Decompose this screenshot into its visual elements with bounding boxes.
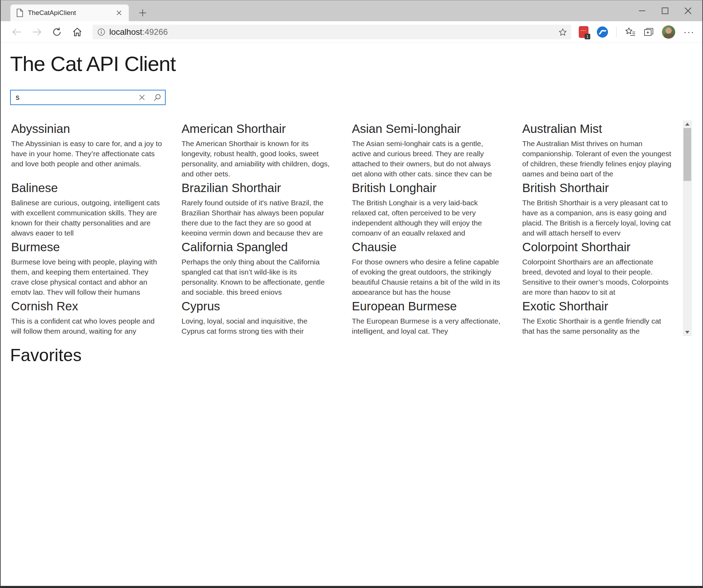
breed-name: Balinese	[11, 181, 162, 195]
breed-description: Colorpoint Shorthairs are an affectionat…	[522, 257, 673, 295]
extension-dots: ···	[581, 28, 586, 33]
new-tab-button[interactable]	[135, 5, 150, 21]
close-button[interactable]	[677, 0, 700, 21]
page-document-icon	[17, 9, 23, 17]
collections-icon[interactable]	[644, 27, 654, 37]
back-icon[interactable]	[9, 24, 24, 40]
breed-name: Colorpoint Shorthair	[522, 240, 673, 254]
breed-name: American Shorthair	[182, 122, 333, 136]
extension-row: ··· 1 ···	[579, 25, 695, 39]
breed-card[interactable]: Asian Semi-longhairThe Asian semi-longha…	[351, 119, 512, 178]
breed-name: Chausie	[352, 240, 503, 254]
breed-card[interactable]: British ShorthairThe British Shorthair i…	[522, 178, 682, 237]
page-content: The Cat API Client AbyssinianThe Abyssin…	[1, 52, 702, 365]
breed-list: AbyssinianThe Abyssinian is easy to care…	[10, 119, 682, 342]
address-bar[interactable]: localhost :49266	[93, 25, 571, 39]
breed-card[interactable]: Australian MistThe Australian Mist thriv…	[522, 119, 682, 178]
breed-name: British Shorthair	[522, 181, 673, 195]
settings-more-icon[interactable]: ···	[684, 29, 695, 35]
browser-tab[interactable]: TheCatApiClient	[10, 5, 129, 21]
breed-card[interactable]: BalineseBalinese are curious, outgoing, …	[10, 178, 171, 237]
breed-name: Asian Semi-longhair	[352, 122, 503, 136]
scrollbar-thumb[interactable]	[684, 128, 691, 181]
breed-description: The European Burmese is a very affection…	[352, 316, 503, 342]
breed-name: Australian Mist	[522, 122, 673, 136]
breed-name: Cyprus	[182, 299, 333, 313]
breed-card[interactable]: AbyssinianThe Abyssinian is easy to care…	[10, 119, 171, 178]
breed-name: Exotic Shorthair	[522, 299, 673, 313]
breed-description: Burmese love being with people, playing …	[11, 257, 162, 295]
site-info-icon[interactable]	[97, 28, 105, 36]
browser-window: TheCatApiClient	[0, 0, 703, 588]
url-port: :49266	[142, 27, 168, 37]
search-box	[10, 90, 166, 105]
breed-description: Perhaps the only thing about the Califor…	[182, 257, 333, 295]
titlebar: TheCatApiClient	[1, 0, 702, 21]
breed-description: The Abyssinian is easy to care for, and …	[11, 138, 162, 176]
breed-card[interactable]: Colorpoint ShorthairColorpoint Shorthair…	[522, 237, 682, 296]
window-controls	[631, 0, 700, 21]
breed-name: California Spangled	[182, 240, 333, 254]
breed-description: Rarely found outside of it's native Braz…	[182, 198, 333, 236]
breed-description: Loving, loyal, social and inquisitive, t…	[182, 316, 333, 342]
favorites-heading: Favorites	[10, 345, 702, 365]
tab-title: TheCatApiClient	[28, 9, 114, 17]
breed-name: European Burmese	[352, 299, 503, 313]
breed-card[interactable]: British LonghairThe British Longhair is …	[351, 178, 512, 237]
url-host: localhost	[109, 27, 142, 37]
clear-search-icon[interactable]	[134, 90, 150, 104]
breed-name: British Longhair	[352, 181, 503, 195]
profile-avatar[interactable]	[662, 25, 675, 39]
breed-description: The British Longhair is a very laid-back…	[352, 198, 503, 236]
maximize-button[interactable]	[654, 0, 677, 21]
breed-card[interactable]: CyprusLoving, loyal, social and inquisit…	[181, 296, 342, 342]
breed-name: Abyssinian	[11, 122, 162, 136]
globe-extension-icon[interactable]	[597, 26, 608, 38]
home-icon[interactable]	[70, 24, 85, 40]
search-icon[interactable]	[150, 90, 165, 104]
minimize-button[interactable]	[631, 0, 654, 21]
search-input[interactable]	[11, 90, 134, 104]
breed-card[interactable]: Exotic ShorthairThe Exotic Shorthair is …	[522, 296, 682, 342]
breed-description: The British Shorthair is a very pleasant…	[522, 198, 673, 236]
favorites-hub-icon[interactable]	[625, 27, 635, 37]
breed-name: Burmese	[11, 240, 162, 254]
breed-card[interactable]: American ShorthairThe American Shorthair…	[181, 119, 342, 178]
breed-card[interactable]: California SpangledPerhaps the only thin…	[181, 237, 342, 296]
breed-description: Balinese are curious, outgoing, intellig…	[11, 198, 162, 236]
breed-name: Brazilian Shorthair	[182, 181, 333, 195]
toolbar-separator	[616, 27, 617, 37]
breed-description: The American Shorthair is known for its …	[182, 138, 333, 176]
page-title: The Cat API Client	[10, 52, 702, 76]
breed-name: Cornish Rex	[11, 299, 162, 313]
breed-description: The Exotic Shorthair is a gentle friendl…	[522, 316, 673, 342]
tab-close-icon[interactable]	[114, 8, 124, 18]
breed-card[interactable]: European BurmeseThe European Burmese is …	[351, 296, 512, 342]
forward-icon[interactable]	[29, 24, 45, 40]
password-extension-icon[interactable]: ··· 1	[579, 26, 589, 38]
breed-card[interactable]: BurmeseBurmese love being with people, p…	[10, 237, 171, 296]
breed-card[interactable]: Brazilian ShorthairRarely found outside …	[181, 178, 342, 237]
scroll-down-icon[interactable]	[683, 328, 692, 336]
breed-card[interactable]: ChausieFor those owners who desire a fel…	[351, 237, 512, 296]
breed-description: This is a confident cat who loves people…	[11, 316, 162, 342]
scroll-up-icon[interactable]	[683, 120, 692, 128]
refresh-icon[interactable]	[49, 24, 65, 40]
breed-card[interactable]: Cornish RexThis is a confident cat who l…	[10, 296, 171, 342]
add-favorite-star-icon[interactable]	[559, 28, 567, 36]
browser-toolbar: localhost :49266 ··· 1 ···	[1, 21, 702, 43]
breed-description: The Australian Mist thrives on human com…	[522, 138, 673, 176]
breed-description: The Asian semi-longhair cats is a gentle…	[352, 138, 503, 176]
breed-description: For those owners who desire a feline cap…	[352, 257, 503, 295]
extension-badge: 1	[585, 34, 590, 39]
breed-list-scrollbar[interactable]	[683, 120, 692, 336]
